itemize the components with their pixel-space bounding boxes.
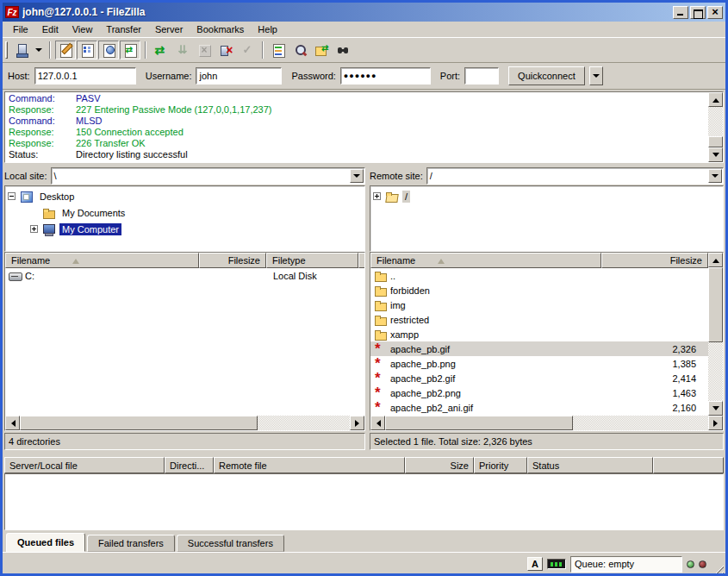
- find-button[interactable]: [333, 41, 353, 59]
- menu-item-bookmarks[interactable]: Bookmarks: [190, 22, 251, 36]
- site-manager-dropdown[interactable]: [33, 41, 45, 59]
- tab-queued-files[interactable]: Queued files: [6, 533, 85, 552]
- site-manager-button[interactable]: [11, 41, 32, 59]
- speed-limit-icon[interactable]: [547, 559, 566, 569]
- file-icon: [9, 270, 22, 282]
- toggle-remote-tree-button[interactable]: [98, 41, 119, 59]
- column-header-filesize[interactable]: Filesize: [601, 253, 708, 268]
- sort-ascending-icon: [72, 255, 79, 264]
- scroll-up-icon[interactable]: [708, 92, 723, 107]
- refresh-button[interactable]: [151, 41, 171, 59]
- log-scrollbar[interactable]: [708, 92, 723, 162]
- send-activity-led: [699, 560, 706, 568]
- chevron-down-icon[interactable]: [350, 169, 364, 183]
- file-row[interactable]: apache_pb.gif 2,326: [370, 341, 708, 356]
- host-input[interactable]: [34, 67, 136, 85]
- scroll-left-icon[interactable]: [370, 416, 385, 430]
- scroll-up-icon[interactable]: [708, 253, 723, 267]
- toolbar-icon: [59, 43, 73, 57]
- queue-list-area[interactable]: [4, 473, 724, 530]
- column-header-last-modified[interactable]: L: [358, 253, 364, 268]
- port-input[interactable]: [464, 67, 499, 85]
- compare-button[interactable]: [289, 41, 310, 59]
- file-row[interactable]: apache_pb2_ani.gif 2,160: [370, 400, 708, 415]
- process-queue-button[interactable]: [172, 41, 193, 59]
- minimize-icon[interactable]: [673, 6, 688, 19]
- remote-directory-tree: /: [370, 185, 724, 252]
- chevron-down-icon[interactable]: [708, 169, 722, 183]
- username-input[interactable]: [196, 67, 282, 85]
- column-header-remote-file[interactable]: Remote file: [214, 457, 405, 473]
- filter-button[interactable]: [268, 41, 289, 59]
- menu-item-file[interactable]: File: [6, 22, 35, 36]
- menu-item-help[interactable]: Help: [251, 22, 284, 36]
- column-header-filesize[interactable]: Filesize: [199, 253, 266, 268]
- remote-list-vscrollbar[interactable]: [708, 253, 723, 416]
- close-icon[interactable]: [707, 6, 723, 19]
- menu-item-view[interactable]: View: [65, 22, 100, 36]
- maximize-icon[interactable]: [690, 6, 706, 19]
- transfer-type-icon[interactable]: A: [527, 557, 543, 571]
- local-list-hscrollbar[interactable]: [5, 416, 364, 430]
- toolbar-grip[interactable]: [5, 41, 8, 59]
- column-header-server-local-file[interactable]: Server/Local file: [4, 457, 165, 473]
- tab-failed-transfers[interactable]: Failed transfers: [87, 535, 175, 552]
- tree-expander-icon[interactable]: [373, 192, 381, 200]
- toolbar-icon: [15, 43, 29, 57]
- tree-item[interactable]: My Documents: [5, 204, 364, 221]
- toggle-queue-button[interactable]: [120, 41, 140, 59]
- quickconnect-button[interactable]: Quickconnect: [508, 66, 585, 85]
- file-row[interactable]: ..: [370, 268, 708, 283]
- status-bar: A Queue: empty: [3, 552, 725, 575]
- column-header-filename[interactable]: Filename: [5, 253, 199, 268]
- file-row[interactable]: forbidden: [370, 283, 708, 297]
- resize-grip[interactable]: [711, 562, 724, 575]
- file-row[interactable]: restricted: [370, 312, 708, 327]
- toggle-message-log-button[interactable]: [55, 41, 76, 59]
- tree-expander-icon[interactable]: [8, 192, 16, 200]
- local-file-list: FilenameFilesizeFiletypeL C: Local Disk: [4, 252, 365, 431]
- disconnect-button[interactable]: [215, 41, 236, 59]
- remote-list-hscrollbar[interactable]: [370, 416, 723, 430]
- reconnect-button[interactable]: [237, 41, 258, 59]
- scroll-right-icon[interactable]: [350, 416, 364, 430]
- scroll-left-icon[interactable]: [5, 416, 20, 430]
- file-row[interactable]: apache_pb.png 1,385: [370, 356, 708, 371]
- tree-expander-icon[interactable]: [30, 225, 38, 233]
- scroll-down-icon[interactable]: [708, 147, 723, 162]
- column-header-filetype[interactable]: Filetype: [266, 253, 358, 268]
- column-header-direction[interactable]: Directi...: [165, 457, 214, 473]
- file-row[interactable]: xampp: [370, 327, 708, 341]
- menu-item-edit[interactable]: Edit: [35, 22, 65, 36]
- menu-item-transfer[interactable]: Transfer: [99, 22, 148, 36]
- password-input[interactable]: [340, 67, 431, 85]
- menu-item-server[interactable]: Server: [148, 22, 190, 36]
- file-row[interactable]: img: [370, 297, 708, 312]
- remote-site-combobox[interactable]: /: [426, 167, 724, 185]
- local-site-combobox[interactable]: \: [51, 167, 365, 185]
- column-header-filename[interactable]: Filename: [370, 253, 601, 268]
- column-header-status[interactable]: Status: [527, 457, 653, 473]
- chevron-down-icon: [35, 48, 42, 55]
- scroll-right-icon[interactable]: [708, 416, 723, 430]
- file-row[interactable]: apache_pb2.png 1,463: [370, 385, 708, 400]
- file-row[interactable]: apache_pb2.gif 2,414: [370, 371, 708, 385]
- remote-status-text: Selected 1 file. Total size: 2,326 bytes: [370, 433, 724, 450]
- column-header-size[interactable]: Size: [405, 457, 474, 473]
- quickconnect-dropdown[interactable]: [589, 66, 603, 85]
- file-row[interactable]: C: Local Disk: [5, 268, 364, 283]
- sync-browse-button[interactable]: [311, 41, 332, 59]
- tree-item[interactable]: My Computer: [5, 221, 364, 237]
- tree-item[interactable]: Desktop: [5, 188, 364, 204]
- queue-status-text: Queue: empty: [570, 556, 682, 573]
- column-header-priority[interactable]: Priority: [474, 457, 527, 473]
- cancel-button[interactable]: [194, 41, 215, 59]
- tab-successful-transfers[interactable]: Successful transfers: [177, 535, 284, 552]
- toolbar-icon: [102, 43, 116, 57]
- scroll-down-icon[interactable]: [708, 401, 723, 416]
- log-line: Command: MLSD: [9, 116, 708, 127]
- tree-item[interactable]: /: [370, 188, 723, 204]
- toggle-local-tree-button[interactable]: [77, 41, 97, 59]
- column-header-blank[interactable]: [653, 457, 724, 473]
- chevron-down-icon: [593, 74, 600, 81]
